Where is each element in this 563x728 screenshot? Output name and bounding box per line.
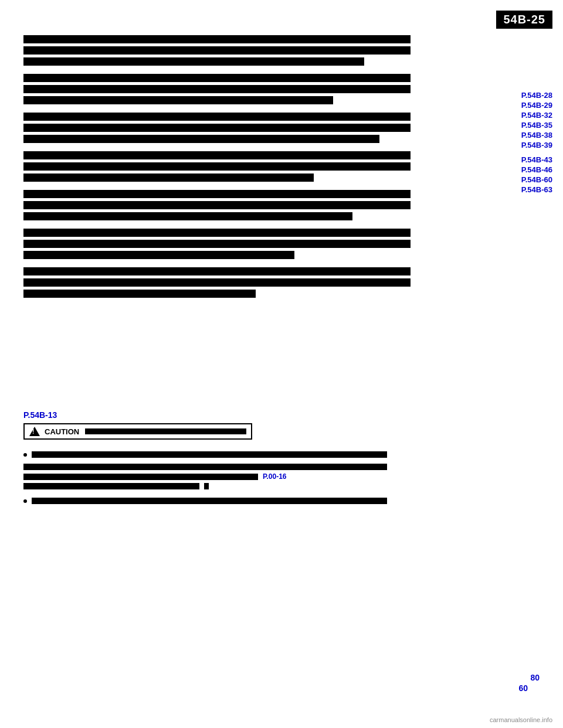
text-row-18 [23, 251, 294, 259]
link-p54b-39[interactable]: P.54B-39 [521, 141, 552, 149]
para-line-1 [23, 464, 387, 470]
caution-box: CAUTION [23, 423, 252, 440]
bottom-right-numbers: 80 60 [518, 673, 540, 693]
text-row-17 [23, 240, 411, 248]
paragraph-with-link: P.00-16 [23, 464, 387, 489]
text-row-21 [23, 290, 256, 298]
bullet-text-2 [32, 498, 387, 504]
caution-icon: CAUTION [29, 427, 79, 436]
body-text-section: P.00-16 [23, 451, 387, 508]
text-row-16 [23, 229, 411, 237]
text-row-15 [23, 212, 352, 220]
right-links-panel: P.54B-28 P.54B-29 P.54B-32 P.54B-35 P.54… [521, 91, 552, 199]
watermark: carmanualsonline.info [490, 716, 552, 723]
bullet-dot-1 [23, 453, 27, 457]
text-row-6 [23, 96, 333, 104]
link-p54b-46[interactable]: P.54B-46 [521, 165, 552, 174]
para-line-3-seg1 [23, 483, 199, 489]
link-p54b-32[interactable]: P.54B-32 [521, 111, 552, 120]
text-row-20 [23, 278, 411, 287]
text-row-11 [23, 162, 411, 171]
text-row-7 [23, 113, 411, 121]
link-group-2: P.54B-43 P.54B-46 P.54B-60 P.54B-63 [521, 155, 552, 194]
link-group-1: P.54B-28 P.54B-29 P.54B-32 P.54B-35 P.54… [521, 91, 552, 149]
link-p54b-28[interactable]: P.54B-28 [521, 91, 552, 100]
text-row-9 [23, 135, 379, 143]
link-p54b-29[interactable]: P.54B-29 [521, 101, 552, 110]
bullet-item-2 [23, 498, 387, 504]
text-row-3 [23, 57, 364, 66]
bottom-number-60[interactable]: 60 [518, 683, 528, 693]
link-p00-16[interactable]: P.00-16 [263, 472, 286, 481]
text-row-8 [23, 124, 411, 132]
link-p54b-38[interactable]: P.54B-38 [521, 131, 552, 140]
section-anchor: P.54B-13 CAUTION [23, 410, 252, 444]
text-row-10 [23, 151, 411, 159]
bullet-item-1 [23, 451, 387, 458]
link-p54b-60[interactable]: P.54B-60 [521, 175, 552, 184]
caution-text-block [85, 428, 246, 434]
bullet-dot-2 [23, 499, 27, 503]
bullet-text-1 [32, 451, 387, 458]
link-p54b-43[interactable]: P.54B-43 [521, 155, 552, 164]
para-line-2-seg1 [23, 474, 258, 480]
caution-triangle-icon [29, 427, 40, 436]
bottom-number-80[interactable]: 80 [530, 673, 540, 682]
link-p54b-35[interactable]: P.54B-35 [521, 121, 552, 130]
text-row-19 [23, 267, 411, 275]
text-row-5 [23, 85, 411, 93]
text-row-4 [23, 74, 411, 82]
section-link-p54b13[interactable]: P.54B-13 [23, 410, 252, 420]
caution-label: CAUTION [45, 427, 79, 436]
text-row-2 [23, 46, 411, 55]
page-number: 54B-25 [496, 11, 552, 29]
text-row-14 [23, 201, 411, 209]
top-content-section [23, 35, 411, 301]
text-row-1 [23, 35, 411, 43]
text-row-12 [23, 174, 314, 182]
para-line-3-seg2 [204, 483, 209, 489]
text-row-13 [23, 190, 411, 198]
link-p54b-63[interactable]: P.54B-63 [521, 185, 552, 194]
